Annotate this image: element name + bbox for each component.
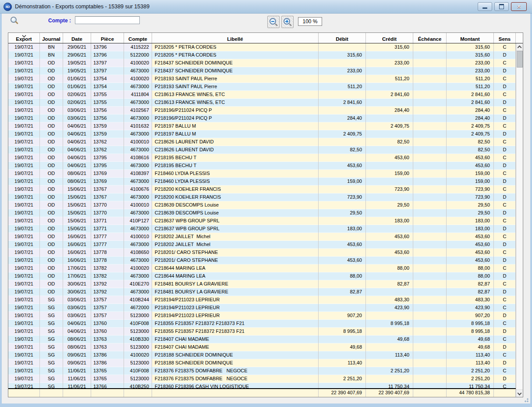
cell-debit: 723,90 — [319, 193, 366, 201]
cell-export: 19/07/21 — [8, 359, 40, 367]
cell-montant: 233,00 — [447, 59, 494, 67]
cell-journal: OD — [40, 233, 63, 241]
table-row[interactable]: 19/07/21 SG 04/06/21 13760 410F008 F2183… — [8, 320, 516, 328]
zoom-level-field[interactable]: 100 % — [298, 17, 322, 26]
column-header-credit[interactable]: Crédit — [366, 33, 413, 43]
column-header-journal[interactable]: Journal — [40, 33, 63, 43]
cell-montant: 2 251,20 — [447, 367, 494, 375]
table-row[interactable]: 19/07/21 OD 30/06/21 13792 4673000 F2184… — [8, 288, 516, 296]
table-row[interactable]: 19/07/21 OD 08/06/21 13769 4108397 F2184… — [8, 170, 516, 178]
compte-input[interactable] — [75, 16, 140, 24]
table-row[interactable]: 19/07/21 BN 29/06/21 13796 4115222 P2182… — [8, 43, 516, 51]
cell-date: 16/06/21 — [63, 257, 91, 264]
table-row[interactable]: 19/07/21 SG 08/06/21 13763 5123000 F2184… — [8, 343, 516, 351]
table-row[interactable]: 19/07/21 OD 19/05/21 13797 4673000 F2184… — [8, 67, 516, 75]
table-row[interactable]: 19/07/21 OD 02/06/21 13755 4111804 C2186… — [8, 91, 516, 99]
table-row[interactable]: 19/07/21 SG 04/06/21 13760 5123000 F2183… — [8, 328, 516, 336]
cell-journal: OD — [40, 217, 63, 225]
table-row[interactable]: 19/07/21 SG 08/06/21 13763 410B330 F2184… — [8, 336, 516, 343]
table-row[interactable]: 19/07/21 OD 30/06/21 13792 410E270 F2184… — [8, 280, 516, 288]
resize-grip[interactable] — [524, 397, 529, 403]
table-row[interactable]: 19/07/21 OD 16/06/21 13777 4100010 P2182… — [8, 233, 516, 241]
cell-date: 03/06/21 — [63, 107, 91, 114]
zoom-in-button[interactable] — [281, 16, 294, 28]
table-row[interactable]: 19/07/21 OD 04/06/21 13759 4101632 P2181… — [8, 122, 516, 130]
maximize-button[interactable] — [494, 2, 509, 11]
column-header-montant[interactable]: Montant — [447, 33, 494, 43]
scroll-up-button[interactable] — [516, 43, 523, 51]
table-row[interactable]: 19/07/21 SG 09/06/21 13786 5123000 P2181… — [8, 359, 516, 367]
cell-montant: 49,68 — [447, 336, 494, 343]
table-row[interactable]: 19/07/21 SG 03/06/21 13757 410B244 P2181… — [8, 296, 516, 304]
close-button[interactable]: ✕ — [511, 2, 527, 11]
table-row[interactable]: 19/07/21 OD 15/06/21 13767 4100676 P2182… — [8, 186, 516, 193]
table-row[interactable]: 19/07/21 SG 11/06/21 13766 410B250 F2183… — [8, 383, 516, 388]
column-header-libelle[interactable]: Libellé — [152, 33, 319, 43]
search-icon[interactable] — [10, 16, 19, 25]
column-header-compte[interactable]: Compte — [124, 33, 152, 43]
table-row[interactable]: 19/07/21 OD 15/06/21 13767 4673000 P2182… — [8, 193, 516, 201]
table-row[interactable]: 19/07/21 OD 04/06/21 13762 4100010 C2186… — [8, 138, 516, 146]
column-header-echeance[interactable]: Échéance — [413, 33, 447, 43]
table-row[interactable]: 19/07/21 OD 15/06/21 13770 4673000 C2186… — [8, 209, 516, 217]
table-row[interactable]: 19/07/21 OD 03/06/21 13756 4673000 P2181… — [8, 114, 516, 122]
table-row[interactable]: 19/07/21 SG 11/06/21 13765 410F008 F2183… — [8, 367, 516, 375]
cell-montant: 453,60 — [447, 233, 494, 241]
column-header-date[interactable]: Date — [63, 33, 91, 43]
cell-libelle: F218407 CHAI MADAME — [152, 343, 319, 351]
column-header-piece[interactable]: Pièce — [91, 33, 124, 43]
cell-export: 19/07/21 — [8, 288, 40, 296]
table-row[interactable]: 19/07/21 OD 17/06/21 13782 4673000 C2186… — [8, 272, 516, 280]
table-row[interactable]: 19/07/21 OD 04/06/21 13759 4673000 P2181… — [8, 130, 516, 138]
cell-piece: 13769 — [91, 178, 124, 186]
table-row[interactable]: 19/07/21 BN 29/06/21 13796 5122000 P2182… — [8, 51, 516, 59]
exports-table: Export Journal Date Pièce Compte Libellé… — [8, 32, 523, 397]
table-row[interactable]: 19/07/21 OD 15/06/21 13771 410P127 C2186… — [8, 217, 516, 225]
table-row[interactable]: 19/07/21 SG 03/06/21 13757 5123000 P2181… — [8, 312, 516, 320]
table-row[interactable]: 19/07/21 OD 01/06/21 13754 4673000 P2181… — [8, 83, 516, 91]
table-row[interactable]: 19/07/21 OD 04/06/21 13762 4673000 C2186… — [8, 146, 516, 154]
cell-compte: 5123000 — [124, 312, 152, 320]
table-row[interactable]: 19/07/21 SG 11/06/21 13765 5123000 F2183… — [8, 375, 516, 383]
cell-export: 19/07/21 — [8, 91, 40, 99]
cell-piece: 13786 — [91, 359, 124, 367]
scroll-down-button[interactable] — [516, 389, 523, 397]
cell-journal: OD — [40, 154, 63, 162]
cell-echeance — [413, 201, 447, 209]
cell-libelle: C218626 LAURENT DAVID — [152, 138, 319, 146]
column-header-debit[interactable]: Débit — [319, 33, 366, 43]
table-row[interactable]: 19/07/21 OD 15/06/21 13770 4100010 C2186… — [8, 201, 516, 209]
table-row[interactable]: 19/07/21 OD 16/06/21 13778 4108650 P2182… — [8, 249, 516, 257]
cell-echeance — [413, 264, 447, 272]
total-montant: 44 780 815,38 — [447, 389, 494, 397]
table-row[interactable]: 19/07/21 OD 04/06/21 13795 4108616 P2181… — [8, 154, 516, 162]
table-row[interactable]: 19/07/21 OD 03/06/21 13756 4102567 P2181… — [8, 107, 516, 114]
minimize-button[interactable] — [478, 2, 492, 11]
column-header-export[interactable]: Export — [8, 33, 40, 43]
scrollbar-thumb[interactable] — [517, 51, 523, 68]
table-row[interactable]: 19/07/21 SG 09/06/21 13786 4100020 P2181… — [8, 351, 516, 359]
table-row[interactable]: 19/07/21 OD 19/05/21 13797 4100020 F2184… — [8, 59, 516, 67]
table-row[interactable]: 19/07/21 OD 01/06/21 13754 4100020 P2181… — [8, 75, 516, 83]
cell-compte: 4100010 — [124, 138, 152, 146]
cell-debit: 453,60 — [319, 257, 366, 264]
cell-credit: 453,60 — [366, 154, 413, 162]
cell-sens: C — [494, 383, 516, 388]
window-controls: ✕ — [478, 2, 527, 11]
table-row[interactable]: 19/07/21 SG 03/06/21 13757 4672000 P2181… — [8, 304, 516, 312]
table-row[interactable]: 19/07/21 OD 17/06/21 13782 4100020 C2186… — [8, 264, 516, 272]
table-row[interactable]: 19/07/21 OD 02/06/21 13755 4673000 C2186… — [8, 99, 516, 107]
cell-debit — [319, 59, 366, 67]
titlebar[interactable]: 4D Démonstration - Exports comptables - … — [0, 0, 532, 14]
table-row[interactable]: 19/07/21 OD 08/06/21 13769 4673000 F2184… — [8, 178, 516, 186]
cell-export: 19/07/21 — [8, 75, 40, 83]
table-row[interactable]: 19/07/21 OD 16/06/21 13778 4673000 P2182… — [8, 257, 516, 264]
table-row[interactable]: 19/07/21 OD 15/06/21 13771 4673000 C2186… — [8, 225, 516, 233]
cell-credit — [366, 67, 413, 75]
zoom-out-button[interactable] — [267, 16, 280, 28]
vertical-scrollbar[interactable] — [516, 43, 523, 397]
column-header-sens[interactable]: Sens — [494, 33, 516, 43]
table-row[interactable]: 19/07/21 OD 16/06/21 13777 4673000 P2182… — [8, 241, 516, 249]
table-row[interactable]: 19/07/21 OD 04/06/21 13795 4673000 P2181… — [8, 162, 516, 170]
cell-debit — [319, 91, 366, 99]
